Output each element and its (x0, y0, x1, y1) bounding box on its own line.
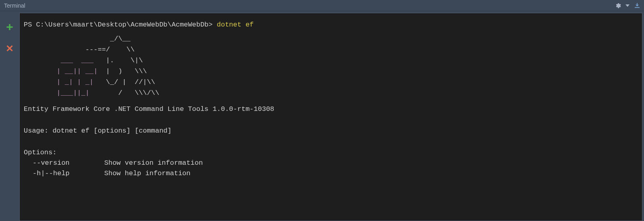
terminal-output[interactable]: PS C:\Users\maart\Desktop\AcmeWebDb\Acme… (19, 13, 642, 221)
title-bar: Terminal (0, 0, 644, 11)
dropdown-icon[interactable] (625, 1, 630, 10)
panel-title: Terminal (4, 2, 25, 9)
options-list: --versionShow version information-h|--he… (24, 158, 638, 179)
option-row: --versionShow version information (24, 158, 638, 168)
title-actions (613, 1, 642, 10)
gear-icon[interactable] (613, 1, 622, 10)
option-description: Show help information (104, 168, 190, 179)
new-session-button[interactable]: + (4, 22, 15, 32)
content-area: + ✕ PS C:\Users\maart\Desktop\AcmeWebDb\… (0, 11, 644, 221)
usage-line: Usage: dotnet ef [options] [command] (24, 126, 638, 136)
prompt-line: PS C:\Users\maart\Desktop\AcmeWebDb\Acme… (24, 20, 638, 30)
tool-description: Entity Framework Core .NET Command Line … (24, 104, 638, 115)
download-icon[interactable] (633, 1, 642, 10)
options-header: Options: (24, 147, 638, 158)
prompt-path: PS C:\Users\maart\Desktop\AcmeWebDb\Acme… (24, 21, 217, 29)
option-row: -h|--helpShow help information (24, 168, 638, 179)
option-flag: --version (24, 158, 104, 168)
close-icon: ✕ (6, 44, 14, 53)
ascii-art: _/\__ ---==/ \\ ___ ___ |. \|\ | __|| __… (24, 33, 638, 98)
terminal-gutter: + ✕ (0, 11, 19, 221)
close-session-button[interactable]: ✕ (4, 43, 15, 54)
plus-icon: + (6, 21, 13, 33)
command-text: dotnet ef (217, 21, 254, 29)
option-description: Show version information (104, 158, 203, 168)
option-flag: -h|--help (24, 168, 104, 179)
